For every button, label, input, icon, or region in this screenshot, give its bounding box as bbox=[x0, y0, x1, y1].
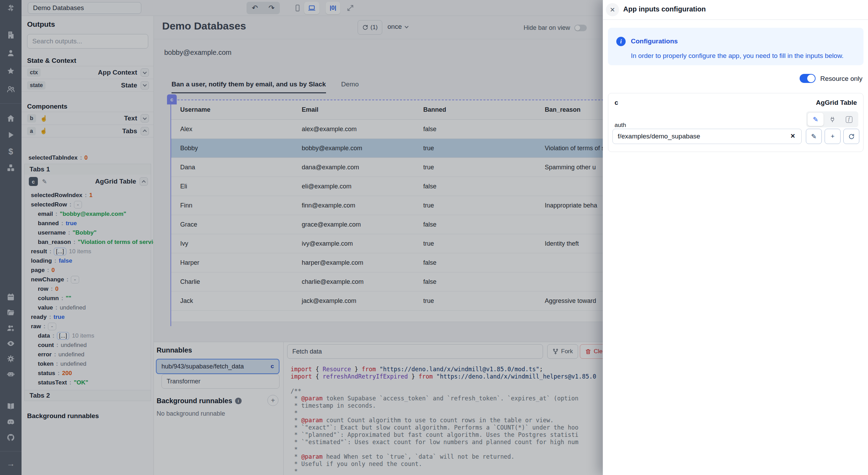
connect-plug-icon[interactable] bbox=[824, 113, 840, 126]
static-pencil-icon[interactable]: ✎ bbox=[808, 113, 824, 126]
drawer-backdrop[interactable] bbox=[0, 0, 603, 475]
add-resource-button[interactable]: + bbox=[825, 129, 841, 144]
resource-only-label: Resource only bbox=[820, 75, 862, 83]
clear-input-icon[interactable]: × bbox=[791, 132, 795, 140]
drawer-title: App inputs configuration bbox=[623, 5, 706, 13]
auth-resource-input[interactable] bbox=[612, 129, 802, 144]
windmill-app-editor: $ → ↶ ↷ |0| Outputs State & Context ctx … bbox=[0, 0, 868, 475]
info-title: Configurations bbox=[631, 37, 678, 45]
eval-function-icon[interactable]: f bbox=[841, 113, 857, 126]
input-mode-segmented-control: ✎ f bbox=[806, 111, 858, 127]
drawer-header: × App inputs configuration bbox=[603, 0, 868, 20]
component-type: AgGrid Table bbox=[816, 99, 857, 107]
refresh-resource-button[interactable] bbox=[843, 129, 859, 144]
component-id: c bbox=[615, 99, 618, 107]
resource-only-toggle[interactable] bbox=[800, 74, 816, 83]
configurations-info-box: i Configurations In order to properly co… bbox=[608, 28, 863, 65]
info-body: In order to properly configure the app, … bbox=[631, 52, 844, 60]
info-circle-icon: i bbox=[616, 37, 626, 46]
edit-resource-pencil-button[interactable]: ✎ bbox=[806, 129, 822, 144]
component-input-card: c AgGrid Table auth ✎ f × ✎ + bbox=[608, 93, 863, 152]
auth-field-label: auth bbox=[615, 122, 626, 129]
app-inputs-drawer: × App inputs configuration i Configurati… bbox=[603, 0, 868, 475]
close-icon[interactable]: × bbox=[606, 3, 619, 16]
